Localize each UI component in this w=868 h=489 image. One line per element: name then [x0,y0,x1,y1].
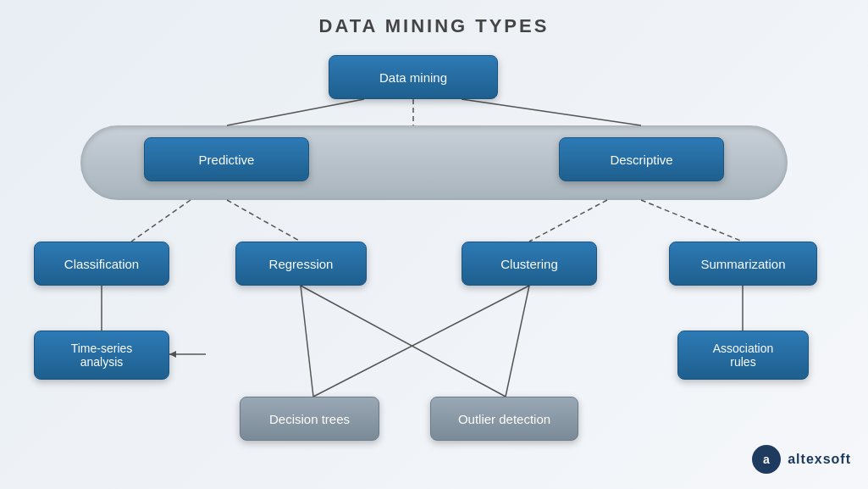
svg-line-11 [313,286,529,397]
outlier-detection-node: Outlier detection [430,397,578,441]
decision-trees-node: Decision trees [240,397,379,441]
time-series-node: Time-series analysis [34,331,169,380]
svg-text:a: a [763,453,770,466]
svg-line-1 [227,99,364,125]
classification-node: Classification [34,242,169,286]
logo-icon: a [752,445,781,474]
svg-line-12 [506,286,529,397]
logo-text: altexsoft [788,452,851,467]
page-title: DATA MINING TYPES [0,0,868,37]
svg-line-5 [529,200,607,242]
summarization-node: Summarization [669,242,817,286]
svg-line-10 [301,286,506,397]
predictive-node: Predictive [144,137,309,181]
svg-line-3 [131,200,191,242]
regression-node: Regression [235,242,367,286]
diagram-container: DATA MINING TYPES [0,0,868,489]
descriptive-node: Descriptive [559,137,724,181]
clustering-node: Clustering [462,242,597,286]
svg-line-2 [462,99,641,125]
logo: a altexsoft [752,445,851,474]
svg-marker-15 [169,351,176,358]
data-mining-node: Data mining [329,55,498,99]
association-rules-node: Association rules [677,331,809,380]
svg-line-6 [641,200,743,242]
svg-line-4 [227,200,301,242]
svg-line-9 [301,286,313,397]
